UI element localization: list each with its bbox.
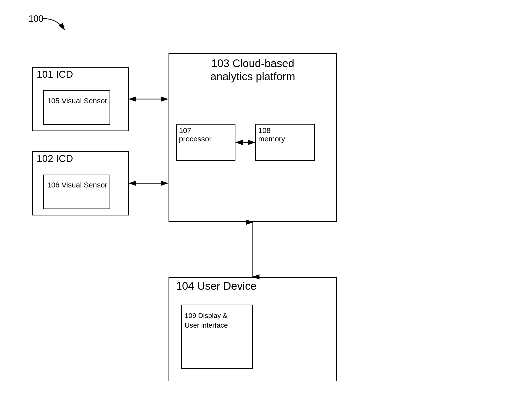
- reference-label-100: 100: [28, 14, 43, 24]
- icd-102-label: 102 ICD: [37, 153, 73, 164]
- cloud-platform-103-label: 103 Cloud-basedanalytics platform: [181, 57, 325, 83]
- visual-sensor-105-label: 105 Visual Sensor: [47, 97, 107, 105]
- diagram: 100 101 ICD: [0, 0, 513, 420]
- visual-sensor-106-label: 106 Visual Sensor: [47, 181, 107, 189]
- visual-sensor-106-box: [43, 175, 110, 209]
- processor-107-label: 107processor: [179, 126, 212, 143]
- display-109-label: 109 Display &User interface: [185, 311, 228, 330]
- memory-108-label: 108memory: [258, 126, 285, 143]
- user-device-104-label: 104 User Device: [176, 280, 256, 292]
- visual-sensor-105-box: [43, 90, 110, 125]
- icd-101-label: 101 ICD: [37, 69, 73, 80]
